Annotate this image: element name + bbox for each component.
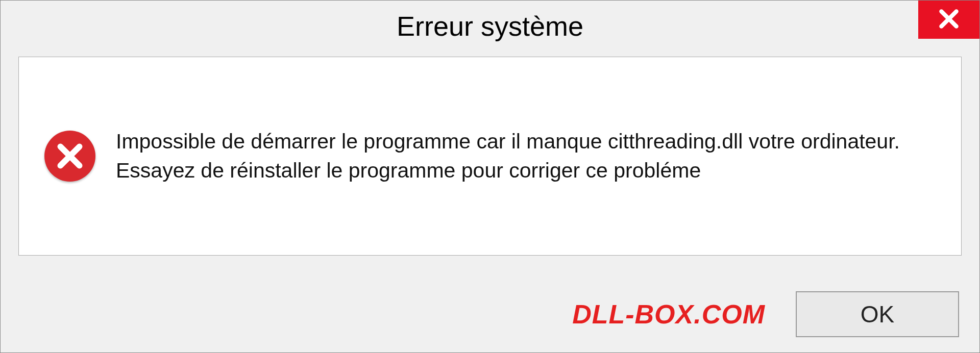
dialog-title: Erreur système (397, 10, 583, 42)
dialog-footer: DLL-BOX.COM OK (1, 276, 979, 352)
error-dialog: Erreur système Impossible de démarrer le… (0, 0, 980, 353)
ok-button-label: OK (861, 300, 894, 328)
brand-label: DLL-BOX.COM (572, 299, 765, 330)
error-icon (44, 131, 95, 182)
ok-button[interactable]: OK (796, 291, 959, 337)
titlebar: Erreur système (1, 1, 979, 52)
error-icon-wrap (44, 131, 95, 182)
close-button[interactable] (918, 1, 979, 39)
close-icon (938, 8, 960, 32)
dialog-content: Impossible de démarrer le programme car … (18, 57, 962, 256)
error-message: Impossible de démarrer le programme car … (116, 127, 936, 186)
